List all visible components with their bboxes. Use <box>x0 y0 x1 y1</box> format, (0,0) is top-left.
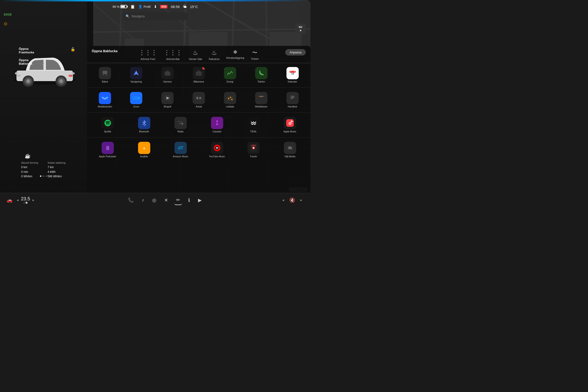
edit-taskbar-icon[interactable]: ✏ <box>174 195 182 205</box>
svg-point-75 <box>259 96 260 97</box>
quick-action-avfrosta-bak[interactable]: ⋮⋮⋮ Avfrosta Bak <box>164 49 182 60</box>
svg-rect-49 <box>166 70 169 72</box>
apps-grid-row2: Meddelanden Zoom Biograf Arkad <box>87 88 310 112</box>
apple-podcaster-label: Apple Podcaster <box>99 155 116 158</box>
km1-value: 0 km <box>21 165 38 170</box>
app-zoom[interactable]: Zoom <box>121 90 152 110</box>
navigering-icon <box>130 67 142 79</box>
app-bilkamera[interactable]: ! Bilkamera <box>183 65 214 86</box>
svg-rect-102 <box>177 144 184 152</box>
radio-label: Radio <box>177 130 184 133</box>
car-icon[interactable]: 🚗 <box>5 196 14 205</box>
media-prev-button[interactable]: ◂ <box>282 198 284 202</box>
app-youtube-music[interactable]: YouTube Music <box>199 140 235 160</box>
svg-rect-37 <box>102 71 107 74</box>
valj-media-label: Välj Media <box>284 155 296 158</box>
webblasare-label: Webbläsare <box>255 105 268 108</box>
biograf-label: Biograf <box>164 105 171 108</box>
app-tunein[interactable]: TuneIn <box>235 140 272 160</box>
app-biograf[interactable]: Biograf <box>152 90 183 110</box>
quick-action-torkare[interactable]: 〜 Torkare <box>251 49 259 60</box>
svg-point-43 <box>106 74 107 75</box>
svg-rect-80 <box>291 97 294 98</box>
biograf-icon <box>161 92 174 104</box>
tidal-label: TIDAL <box>250 130 256 133</box>
svg-point-76 <box>260 96 262 97</box>
quick-action-avfrosta-fram[interactable]: ⋮⋮⋮ Avfrosta Fram <box>139 49 157 60</box>
app-radio[interactable]: Radio <box>162 114 199 136</box>
app-energi[interactable]: Energi <box>214 65 246 86</box>
taskbar: 🚗 ◂ 23.5 🌡🔲 ▸ 📞 ♪ ◎ ✕ ✏ ℹ ▶ ◂ 🔇 ▸ <box>0 193 310 207</box>
profile-section[interactable]: 👤 Profil <box>138 5 150 8</box>
amazon-music-icon <box>174 142 187 154</box>
compass[interactable]: NV ▲ <box>296 24 306 34</box>
door-back-label[interactable]: Öppna Baklucka <box>19 58 32 65</box>
app-navigering[interactable]: Navigering <box>121 65 152 86</box>
app-telefon[interactable]: Telefon <box>246 65 277 86</box>
meddelanden-label: Meddelanden <box>98 105 112 108</box>
app-leklada[interactable]: Lekläda <box>214 90 246 110</box>
sos-badge[interactable]: SOS <box>160 5 168 8</box>
door-front-label[interactable]: Öppna Framlucka <box>19 47 34 54</box>
telefon-icon <box>255 67 268 79</box>
temp-up-button[interactable]: ▸ <box>32 198 34 202</box>
svg-rect-112 <box>291 147 292 149</box>
info-taskbar-icon[interactable]: ℹ <box>186 196 192 205</box>
apple-music-label: Apple Music <box>284 130 296 133</box>
aktuell-heading: Aktuell körning <box>21 161 38 164</box>
app-meddelanden[interactable]: Meddelanden <box>90 90 121 110</box>
volume-mute-icon[interactable]: 🔇 <box>288 196 297 205</box>
quick-action-rattvärme[interactable]: ♨ Rattvärme <box>209 49 220 60</box>
media-next-button[interactable]: ▸ <box>300 198 302 202</box>
camera-taskbar-icon[interactable]: ◎ <box>150 196 158 205</box>
app-apple-podcaster[interactable]: Apple Podcaster <box>90 140 126 160</box>
svg-rect-79 <box>291 96 294 96</box>
klimat-label: Klimatanläggning <box>226 57 244 59</box>
audible-icon: a <box>138 142 150 154</box>
app-arkad[interactable]: Arkad <box>183 90 214 110</box>
app-spotify[interactable]: Spotify <box>90 114 126 136</box>
app-valj-media[interactable]: Välj Media <box>272 140 308 160</box>
app-webblasare[interactable]: Webbläsare <box>246 90 277 110</box>
compass-arrow: ▲ <box>299 28 302 32</box>
page-dots <box>40 176 47 177</box>
svg-rect-53 <box>198 70 200 72</box>
svg-rect-81 <box>291 98 293 99</box>
webblasare-icon <box>255 92 268 104</box>
app-kalender[interactable]: 14 Kalender <box>277 65 308 86</box>
app-tidal[interactable]: TIDAL <box>235 114 272 136</box>
music-taskbar-icon[interactable]: ♪ <box>140 196 146 204</box>
zoom-icon <box>130 92 142 104</box>
time-display: 08:59 <box>171 5 180 9</box>
app-bluetooth[interactable]: Bluetooth <box>126 114 162 136</box>
kalender-label: Kalender <box>288 80 297 83</box>
svg-point-41 <box>103 74 104 75</box>
radio-icon <box>174 117 187 129</box>
app-handbok[interactable]: Handbok <box>277 90 308 110</box>
phone-taskbar-icon[interactable]: 📞 <box>126 196 136 205</box>
app-apple-music[interactable]: Apple Music <box>272 114 308 136</box>
quick-action-vanster-sate[interactable]: ♨ Vänster Säte <box>189 49 202 60</box>
audible-label: Audible <box>140 155 148 158</box>
anpassa-button[interactable]: Anpassa <box>285 49 306 56</box>
temperature-control: 23.5 🌡🔲 <box>21 196 30 204</box>
temp-down-button[interactable]: ◂ <box>17 198 18 202</box>
dot-1 <box>40 176 42 177</box>
energi-label: Energi <box>226 80 233 83</box>
bilkamera-label: Bilkamera <box>194 80 204 83</box>
app-kamera[interactable]: Kamera <box>152 65 183 86</box>
app-audible[interactable]: a Audible <box>126 140 162 160</box>
search-bar[interactable]: 🔍 Navigera <box>122 12 188 20</box>
youtube-music-label: YouTube Music <box>209 155 225 158</box>
apps-grid-row4: Apple Podcaster a Audible Amazon Music Y… <box>87 137 310 162</box>
app-caraoke[interactable]: Caraoke <box>199 114 235 136</box>
app-amazon-music[interactable]: Amazon Music <box>162 140 199 160</box>
quick-action-klimat[interactable]: ❄ Klimatanläggning <box>226 49 244 60</box>
svg-point-87 <box>182 123 183 124</box>
valj-media-icon <box>284 142 296 154</box>
close-taskbar-icon[interactable]: ✕ <box>162 196 170 205</box>
battery-indicator: 66 % <box>113 5 127 8</box>
kamera-icon <box>161 67 174 79</box>
play-taskbar-icon[interactable]: ▶ <box>196 196 204 205</box>
app-bakre[interactable]: Bakre <box>90 65 121 86</box>
